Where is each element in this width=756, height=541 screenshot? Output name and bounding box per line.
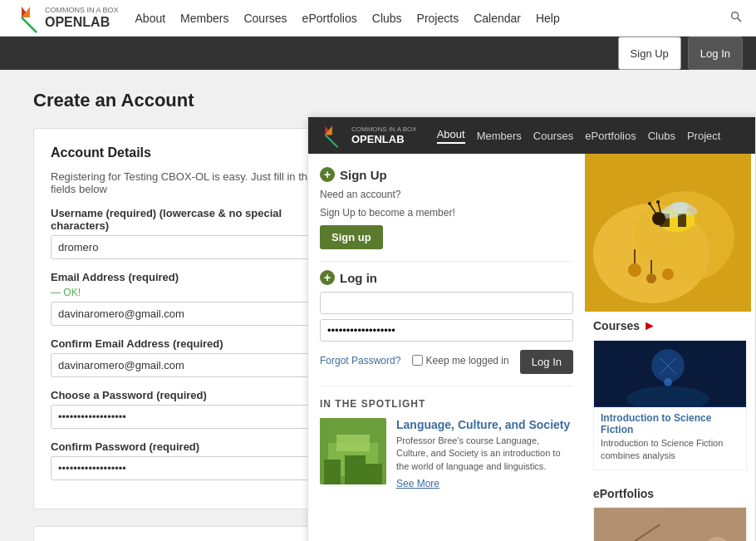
svg-point-39 (664, 378, 672, 386)
logo-openlab-text: OPENLAB (45, 14, 119, 30)
username-input[interactable] (51, 235, 323, 259)
confirm-email-label: Confirm Email Address (required) (51, 337, 323, 350)
signup-header-text: Sign Up (340, 168, 387, 182)
confirm-email-input[interactable] (51, 353, 323, 377)
spotlight-info: Language, Culture, and Society Professor… (396, 418, 573, 489)
keep-logged-area: Keep me logged in (412, 355, 509, 366)
search-icon[interactable] (729, 10, 743, 23)
confirm-password-input[interactable] (51, 456, 323, 480)
site-logo[interactable]: COMMONS IN A BOX OPENLAB (13, 2, 119, 34)
svg-line-7 (325, 135, 337, 147)
see-more-link[interactable]: See More (396, 478, 573, 489)
nav-help[interactable]: Help (536, 12, 560, 25)
login-header-text: Log in (340, 271, 377, 285)
overlay-logo[interactable]: COMMONS IN A BOX OPENLAB (318, 122, 417, 149)
courses-card-desc: Introduction to Science Fiction combines… (594, 437, 746, 470)
courses-card: Introduction to Science Fiction Introduc… (593, 340, 747, 470)
nav-about[interactable]: About (135, 12, 166, 25)
overlay-navigation: COMMONS IN A BOX OPENLAB About Members C… (308, 117, 755, 154)
login-plus-icon: + (320, 270, 335, 285)
logo-icon (13, 2, 45, 34)
overlay-logo-icon (318, 122, 345, 149)
overlay-left-column: + Sign Up Need an account? Sign Up to be… (308, 154, 585, 541)
svg-rect-21 (686, 214, 695, 226)
email-label: Email Address (required) (51, 271, 323, 283)
overlay-nav-projects[interactable]: Project (687, 130, 720, 142)
overlay-body: + Sign Up Need an account? Sign Up to be… (308, 154, 755, 541)
keep-logged-checkbox[interactable] (412, 355, 423, 366)
password-input[interactable] (51, 405, 323, 429)
spotlight-thumb-svg (320, 418, 386, 484)
svg-point-26 (648, 202, 651, 205)
svg-line-4 (738, 18, 741, 22)
spotlight-thumbnail (320, 418, 386, 484)
forgot-password-link[interactable]: Forgot Password? (320, 355, 400, 366)
login-section: + Log in Forgot Password? Keep me logged… (320, 270, 573, 374)
nav-clubs[interactable]: Clubs (372, 12, 402, 25)
overlay-nav-about[interactable]: About (437, 128, 465, 144)
email-input[interactable] (51, 302, 323, 326)
eportfolios-header: ePortfolios (593, 487, 747, 500)
svg-rect-13 (366, 464, 382, 484)
username-group: Username (required) (lowercase & no spec… (51, 207, 323, 259)
svg-point-3 (732, 12, 739, 19)
overlay-nav-eportfolios[interactable]: ePortfolios (585, 130, 636, 142)
svg-rect-41 (594, 508, 746, 541)
spotlight-section: IN THE SPOTLIGHT (320, 398, 573, 489)
overlay-username-input[interactable] (320, 292, 573, 314)
bee-image (585, 154, 751, 312)
overlay-logo-commons: COMMONS IN A BOX (351, 125, 417, 133)
spotlight-header: IN THE SPOTLIGHT (320, 398, 573, 410)
eportfolios-column: ePortfolios Cosmo Ortiz e (585, 484, 755, 541)
nav-members[interactable]: Members (180, 12, 228, 25)
courses-card-title: Introduction to Science Fiction (594, 407, 746, 437)
svg-point-29 (628, 263, 641, 277)
nav-calendar[interactable]: Calendar (474, 12, 521, 25)
courses-header: Courses ► (593, 318, 747, 333)
account-details-panel: Account Details Registering for Testing … (33, 128, 341, 509)
email-group: Email Address (required) — OK! (51, 271, 323, 326)
nav-projects[interactable]: Projects (417, 12, 459, 25)
overlay-nav-courses[interactable]: Courses (533, 130, 573, 142)
spotlight-title: Language, Culture, and Society (396, 418, 573, 431)
username-label: Username (required) (lowercase & no spec… (51, 207, 323, 232)
signup-button[interactable]: Sign Up (618, 37, 681, 70)
overlay-nav-clubs[interactable]: Clubs (648, 130, 675, 142)
nav-courses[interactable]: Courses (243, 12, 287, 25)
divider-1 (320, 261, 573, 262)
auth-bar: Sign Up Log In (0, 37, 756, 70)
nav-eportfolios[interactable]: ePortfolios (302, 12, 357, 25)
signup-desc-line2: Sign Up to become a member! (320, 207, 573, 219)
spotlight-desc: Professor Bree's course Language, Cultur… (396, 435, 573, 473)
confirm-password-group: Confirm Password (required) (51, 440, 323, 480)
svg-rect-11 (324, 460, 341, 484)
confirm-email-group: Confirm Email Address (required) (51, 337, 323, 377)
overlay-signup-button[interactable]: Sign up (320, 225, 383, 249)
svg-point-28 (656, 200, 660, 204)
eportfolios-header-text: ePortfolios (593, 487, 654, 500)
signup-plus-icon: + (320, 167, 335, 182)
login-footer: Forgot Password? Keep me logged in Log I… (320, 347, 573, 374)
page-title: Create an Account (33, 90, 723, 111)
courses-arrow-icon: ► (643, 318, 656, 333)
nav-links: About Members Courses ePortfolios Clubs … (135, 12, 729, 25)
svg-rect-12 (345, 455, 366, 484)
overlay-password-input[interactable] (320, 319, 573, 342)
login-header: + Log in (320, 270, 573, 285)
search-area[interactable] (729, 10, 743, 26)
keep-logged-label: Keep me logged in (426, 355, 509, 366)
eportfolios-card: Cosmo Ortiz ePortfolio This eportfolio i… (593, 507, 747, 541)
login-button[interactable]: Log In (688, 37, 743, 70)
public-profile-panel: Public Profile Details Your responses in… (33, 526, 341, 541)
courses-header-text: Courses (593, 319, 640, 332)
confirm-password-label: Confirm Password (required) (51, 440, 323, 453)
svg-line-2 (22, 17, 37, 32)
svg-point-31 (662, 268, 674, 280)
eportfolio-card-image (594, 508, 746, 541)
email-ok-status: — OK! (51, 287, 323, 298)
overlay-login-button[interactable]: Log In (520, 350, 573, 374)
password-group: Choose a Password (required) (51, 389, 323, 429)
overlay-panel: COMMONS IN A BOX OPENLAB About Members C… (307, 116, 756, 541)
courses-card-image (594, 341, 746, 407)
overlay-nav-members[interactable]: Members (477, 130, 522, 142)
